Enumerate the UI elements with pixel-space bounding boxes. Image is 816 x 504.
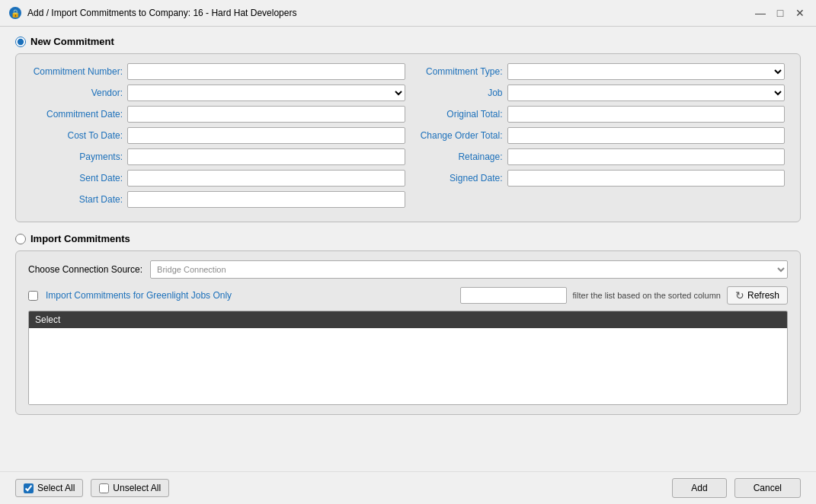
job-label: Job — [411, 88, 503, 98]
import-panel: Choose Connection Source: Bridge Connect… — [15, 250, 801, 415]
change-order-total-label: Change Order Total: — [411, 130, 503, 141]
refresh-label: Refresh — [747, 290, 779, 301]
start-date-group: Start Date: — [31, 191, 405, 208]
select-all-button[interactable]: Select All — [15, 479, 83, 497]
maximize-button[interactable]: □ — [773, 6, 787, 20]
import-commitments-section: Import Commitments Choose Connection Sou… — [15, 233, 801, 415]
new-commitment-radio[interactable] — [15, 37, 26, 47]
retainage-label: Retainage: — [411, 152, 503, 162]
payments-input[interactable] — [127, 148, 405, 165]
commitment-type-select[interactable] — [507, 63, 786, 80]
start-date-label: Start Date: — [31, 194, 123, 205]
greenlight-label: Import Commitments for Greenlight Jobs O… — [46, 290, 232, 301]
filter-input[interactable] — [460, 287, 567, 304]
title-bar-controls: — □ ✕ — [754, 6, 807, 20]
import-options-row: Import Commitments for Greenlight Jobs O… — [28, 286, 788, 305]
connection-source-row: Choose Connection Source: Bridge Connect… — [28, 260, 788, 279]
select-all-label: Select All — [37, 483, 75, 493]
sent-date-group: Sent Date: — [31, 170, 405, 187]
unselect-all-button[interactable]: Unselect All — [91, 479, 169, 497]
import-commitments-label[interactable]: Import Commitments — [30, 233, 130, 244]
new-commitment-section: New Commitment — [15, 36, 801, 47]
vendor-select[interactable] — [127, 85, 405, 101]
original-total-label: Original Total: — [411, 109, 503, 120]
unselect-all-label: Unselect All — [113, 483, 161, 493]
retainage-input[interactable] — [507, 148, 786, 165]
list-header-select: Select — [29, 311, 787, 328]
form-row-4: Cost To Date: Change Order Total: — [31, 127, 785, 144]
retainage-group: Retainage: — [411, 148, 786, 165]
change-order-total-group: Change Order Total: — [411, 127, 786, 144]
form-row-1: Commitment Number: Commitment Type: — [31, 63, 785, 80]
form-row-6: Sent Date: Signed Date: — [31, 170, 785, 187]
commitment-date-input[interactable] — [127, 106, 405, 123]
cost-to-date-label: Cost To Date: — [31, 130, 123, 141]
form-row-2: Vendor: Job — [31, 85, 785, 101]
form-row-5: Payments: Retainage: — [31, 148, 785, 165]
import-list-container: Select — [28, 311, 788, 405]
commitment-number-label: Commitment Number: — [31, 66, 123, 77]
cancel-button[interactable]: Cancel — [734, 478, 801, 498]
filter-label: filter the list based on the sorted colu… — [573, 291, 721, 300]
signed-date-group: Signed Date: — [411, 170, 786, 187]
unselect-all-checkbox[interactable] — [99, 483, 109, 493]
refresh-icon: ↻ — [735, 289, 744, 301]
commitment-number-group: Commitment Number: — [31, 63, 405, 80]
title-bar: 🔒 Add / Import Commitments to Company: 1… — [0, 0, 816, 27]
import-commitments-radio[interactable] — [15, 234, 26, 244]
original-total-group: Original Total: — [411, 106, 786, 123]
minimize-button[interactable]: — — [754, 6, 767, 20]
new-commitment-label[interactable]: New Commitment — [30, 36, 114, 47]
refresh-button[interactable]: ↻ Refresh — [727, 286, 788, 305]
original-total-input[interactable] — [507, 106, 786, 123]
sent-date-input[interactable] — [127, 170, 405, 187]
list-body — [29, 328, 787, 404]
select-all-checkbox[interactable] — [24, 483, 34, 493]
cost-to-date-input[interactable] — [127, 127, 405, 144]
new-commitment-panel: Commitment Number: Commitment Type: Vend… — [15, 53, 801, 222]
sent-date-label: Sent Date: — [31, 173, 123, 183]
cost-to-date-group: Cost To Date: — [31, 127, 405, 144]
bottom-bar: Select All Unselect All Add Cancel — [0, 471, 816, 504]
signed-date-label: Signed Date: — [411, 173, 503, 183]
form-row-7: Start Date: — [31, 191, 785, 208]
payments-label: Payments: — [31, 152, 123, 162]
change-order-total-input[interactable] — [507, 127, 786, 144]
vendor-label: Vendor: — [31, 88, 123, 98]
commitment-type-group: Commitment Type: — [411, 63, 786, 80]
start-date-input[interactable] — [127, 191, 405, 208]
job-group: Job — [411, 85, 786, 101]
commitment-date-label: Commitment Date: — [31, 109, 123, 120]
connection-source-label: Choose Connection Source: — [28, 264, 142, 275]
form-row-3: Commitment Date: Original Total: — [31, 106, 785, 123]
job-select[interactable] — [507, 85, 786, 101]
signed-date-input[interactable] — [507, 170, 786, 187]
import-radio-row: Import Commitments — [15, 233, 801, 244]
app-icon: 🔒 — [9, 7, 21, 19]
add-button[interactable]: Add — [672, 478, 726, 498]
commitment-date-group: Commitment Date: — [31, 106, 405, 123]
vendor-group: Vendor: — [31, 85, 405, 101]
title-bar-text: Add / Import Commitments to Company: 16 … — [27, 8, 747, 18]
commitment-number-input[interactable] — [127, 63, 405, 80]
connection-source-select[interactable]: Bridge Connection — [150, 260, 788, 279]
payments-group: Payments: — [31, 148, 405, 165]
close-button[interactable]: ✕ — [793, 6, 807, 20]
greenlight-checkbox[interactable] — [28, 291, 38, 301]
commitment-type-label: Commitment Type: — [411, 66, 503, 77]
main-content: New Commitment Commitment Number: Commit… — [0, 27, 816, 471]
filter-row: filter the list based on the sorted colu… — [239, 286, 788, 305]
